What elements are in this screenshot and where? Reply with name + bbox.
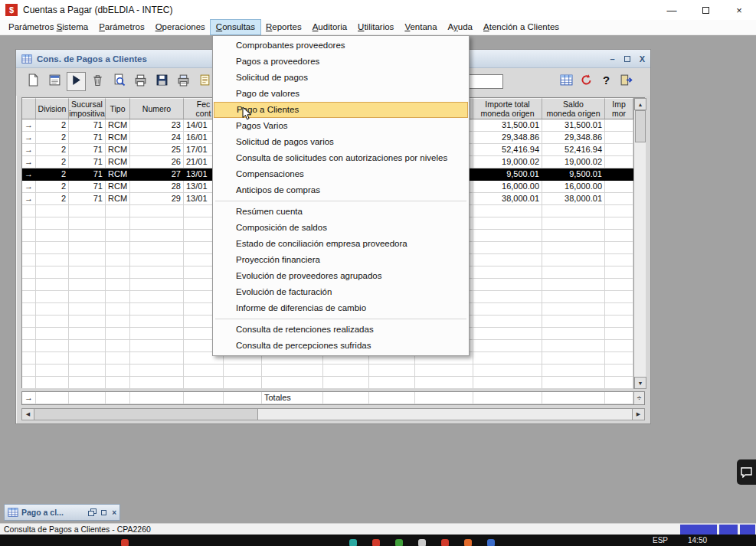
cell-numero[interactable] — [130, 340, 184, 352]
cell-importe[interactable] — [473, 205, 542, 217]
cell-tipo[interactable]: RCM — [106, 119, 130, 132]
cell-imp[interactable] — [605, 340, 633, 352]
cell-numero[interactable] — [130, 205, 184, 217]
taskbar-language[interactable]: ESP — [653, 536, 668, 544]
horizontal-scroll-thumb[interactable] — [34, 409, 258, 420]
cell-saldo[interactable] — [542, 291, 605, 303]
cell-saldo[interactable] — [542, 217, 605, 230]
cell-numero[interactable] — [130, 352, 184, 365]
cell-saldo[interactable] — [542, 392, 605, 404]
cell-importe[interactable]: 9,500.01 — [473, 168, 542, 181]
totals-spin-control[interactable]: ÷ — [633, 392, 644, 404]
exit-button[interactable] — [617, 72, 636, 91]
cell-c10[interactable] — [415, 377, 473, 389]
menubar-item-atencion-a-clientes[interactable]: Atención a Clientes — [478, 20, 565, 34]
menubar-item-ventana[interactable]: Ventana — [399, 20, 442, 34]
grid-view-button[interactable] — [557, 72, 576, 91]
menu-item-composicion-de-saldos[interactable]: Composición de saldos — [213, 220, 469, 236]
cell-tipo[interactable] — [106, 365, 130, 377]
cell-tipo[interactable] — [106, 291, 130, 303]
cell-saldo[interactable] — [542, 328, 605, 340]
menu-item-resumen-cuenta[interactable]: Resúmen cuenta — [213, 204, 469, 220]
cell-numero[interactable] — [130, 303, 184, 316]
cell-tipo[interactable]: RCM — [106, 168, 130, 181]
cell-division[interactable] — [36, 279, 69, 291]
cell-imp[interactable] — [605, 181, 633, 193]
scroll-right-icon[interactable]: ▶ — [632, 409, 644, 420]
menu-item-consulta-de-percepciones-sufridas[interactable]: Consulta de percepciones sufridas — [213, 338, 469, 354]
cell-imp[interactable] — [605, 254, 633, 266]
cell-saldo[interactable] — [542, 352, 605, 365]
print-setup-button[interactable] — [174, 72, 193, 91]
cell-imp[interactable] — [605, 193, 633, 205]
menu-item-pagos-a-proveedores[interactable]: Pagos a proveedores — [213, 54, 469, 70]
cell-imp[interactable] — [605, 156, 633, 168]
cell-tipo[interactable] — [106, 230, 130, 242]
cell-importe[interactable] — [473, 291, 542, 303]
cell-sucursal[interactable] — [69, 266, 106, 279]
cell-division[interactable] — [36, 365, 69, 377]
cell-importe[interactable]: 16,000.00 — [473, 181, 542, 193]
cell-numero[interactable]: 25 — [130, 144, 184, 156]
cell-imp[interactable] — [605, 217, 633, 230]
menubar-item-parametros-sistema[interactable]: Parámetros Sistema — [3, 20, 93, 34]
cell-sucursal[interactable] — [69, 303, 106, 316]
menu-item-evolucion-de-facturacion[interactable]: Evolución de facturación — [213, 284, 469, 300]
menu-item-compensaciones[interactable]: Compensaciones — [213, 166, 469, 182]
menu-item-proyeccion-financiera[interactable]: Proyección financiera — [213, 252, 469, 268]
cell-importe[interactable] — [473, 352, 542, 365]
cell-tipo[interactable] — [106, 254, 130, 266]
cell-sucursal[interactable] — [69, 365, 106, 377]
cell-numero[interactable] — [130, 316, 184, 328]
cell-division[interactable] — [36, 254, 69, 266]
cell-importe[interactable] — [473, 266, 542, 279]
cell-imp[interactable] — [605, 144, 633, 156]
cell-tipo[interactable] — [106, 279, 130, 291]
taskbar-app-icon[interactable] — [464, 539, 472, 546]
cell-importe[interactable] — [473, 316, 542, 328]
cell-sucursal[interactable]: 71 — [69, 156, 106, 168]
scroll-left-icon[interactable]: ◀ — [22, 409, 34, 420]
menu-item-solicitud-de-pagos-varios[interactable]: Solicitud de pagos varios — [213, 134, 469, 150]
menu-item-solicitud-de-pagos[interactable]: Solicitud de pagos — [213, 70, 469, 86]
cell-tipo[interactable] — [106, 328, 130, 340]
cell-numero[interactable] — [130, 254, 184, 266]
cell-division[interactable] — [36, 303, 69, 316]
cell-imp[interactable] — [605, 377, 633, 389]
cell-sucursal[interactable]: 71 — [69, 193, 106, 205]
cell-saldo[interactable] — [542, 266, 605, 279]
cell-c8[interactable] — [323, 365, 369, 377]
cell-c7[interactable] — [262, 365, 323, 377]
cell-importe[interactable]: 19,000.02 — [473, 156, 542, 168]
column-header-imp-mor[interactable]: Imp mor — [605, 98, 633, 119]
cell-numero[interactable]: 27 — [130, 168, 184, 181]
cell-saldo[interactable]: 38,000.01 — [542, 193, 605, 205]
cell-numero[interactable] — [130, 242, 184, 254]
horizontal-scrollbar[interactable]: ◀ ▶ — [21, 408, 645, 420]
cell-tipo[interactable] — [106, 377, 130, 389]
menubar-item-auditoria[interactable]: Auditoria — [307, 20, 352, 34]
cell-sucursal[interactable] — [69, 377, 106, 389]
cell-imp[interactable] — [605, 392, 633, 404]
cell-sucursal[interactable] — [69, 254, 106, 266]
cell-c9[interactable] — [369, 392, 415, 404]
cell-sucursal[interactable]: 71 — [69, 144, 106, 156]
cell-division[interactable] — [36, 205, 69, 217]
cell-importe[interactable] — [473, 217, 542, 230]
taskbar-app-icon[interactable] — [418, 539, 426, 546]
cell-imp[interactable] — [605, 352, 633, 365]
cell-imp[interactable] — [605, 316, 633, 328]
cell-tipo[interactable]: RCM — [106, 132, 130, 144]
grid-empty-row[interactable] — [22, 377, 633, 389]
cell-tipo[interactable]: RCM — [106, 156, 130, 168]
cell-sucursal[interactable] — [69, 392, 106, 404]
cell-importe[interactable]: 52,416.94 — [473, 144, 542, 156]
cell-importe[interactable] — [473, 365, 542, 377]
scroll-up-icon[interactable]: ▲ — [634, 98, 646, 110]
cell-importe[interactable]: 31,500.01 — [473, 119, 542, 132]
cell-numero[interactable]: 23 — [130, 119, 184, 132]
mini-restore-button[interactable] — [88, 508, 96, 517]
cell-imp[interactable] — [605, 205, 633, 217]
menu-item-comprobantes-proveedores[interactable]: Comprobantes proveedores — [213, 38, 469, 54]
cell-sucursal[interactable] — [69, 242, 106, 254]
